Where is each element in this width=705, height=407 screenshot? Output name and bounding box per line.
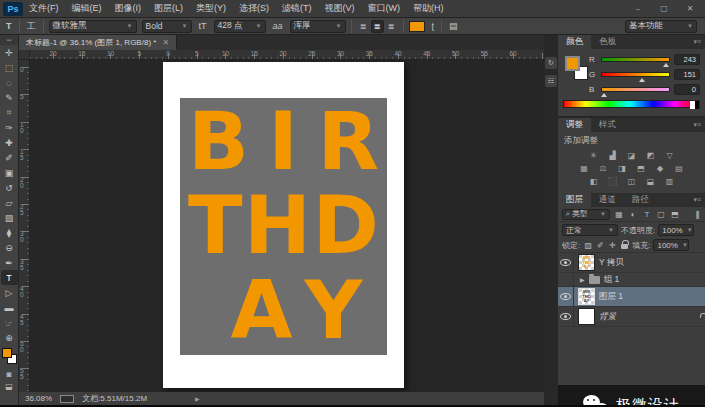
- anti-alias-select[interactable]: 浑厚▼: [290, 20, 346, 33]
- slider-handle-icon[interactable]: [663, 63, 669, 67]
- menu-item-6[interactable]: 滤镜(T): [282, 2, 312, 15]
- adjustment-icon[interactable]: ⚖: [597, 163, 610, 174]
- adjustment-icon[interactable]: ⬒: [635, 163, 648, 174]
- adjustment-icon[interactable]: ▽: [663, 150, 676, 161]
- shape-tool[interactable]: ▬: [1, 300, 18, 315]
- menu-item-8[interactable]: 窗口(W): [368, 2, 401, 15]
- document-tab[interactable]: 未标题-1 @ 36.1% (图层 1, RGB/8) * ✕: [19, 35, 177, 50]
- zoom-tool[interactable]: ⊕: [1, 330, 18, 345]
- channel-value[interactable]: 0: [674, 84, 700, 95]
- align-left-icon[interactable]: ≣: [357, 20, 370, 33]
- eyedropper-tool[interactable]: ✑: [1, 120, 18, 135]
- slider-handle-icon[interactable]: [639, 78, 645, 82]
- tool-preset-icon[interactable]: T: [4, 21, 14, 31]
- adjustment-icon[interactable]: ◆: [654, 163, 667, 174]
- history-brush-tool[interactable]: ↺: [1, 180, 18, 195]
- tab-color[interactable]: 颜色: [558, 35, 591, 49]
- healing-brush-tool[interactable]: ✚: [1, 135, 18, 150]
- quick-selection-tool[interactable]: ✎: [1, 90, 18, 105]
- status-menu-arrow-icon[interactable]: ▶: [195, 395, 200, 402]
- menu-item-2[interactable]: 图像(I): [115, 2, 142, 15]
- text-orientation-icon[interactable]: 工: [25, 20, 38, 33]
- menu-item-4[interactable]: 类型(Y): [196, 2, 226, 15]
- adjustment-icon[interactable]: ◫: [625, 176, 638, 187]
- adjustment-icon[interactable]: ▟: [606, 150, 619, 161]
- history-panel-icon[interactable]: ↻: [545, 57, 557, 69]
- brush-tool[interactable]: ✐: [1, 150, 18, 165]
- adjustment-icon[interactable]: ✳: [587, 150, 600, 161]
- type-tool[interactable]: T: [1, 270, 18, 285]
- blend-mode-select[interactable]: 正常▼: [562, 224, 618, 236]
- adjustment-icon[interactable]: ◧: [587, 176, 600, 187]
- adjustment-icon[interactable]: ▤: [673, 163, 686, 174]
- eye-icon[interactable]: [560, 259, 571, 266]
- lock-transparency-icon[interactable]: ▨: [583, 240, 593, 251]
- character-panel-icon[interactable]: ▤: [447, 21, 460, 31]
- layer-row-2[interactable]: BIR THD AY图层 1: [558, 287, 705, 307]
- channel-value[interactable]: 151: [674, 69, 700, 80]
- color-spectrum-bar[interactable]: [563, 100, 700, 108]
- visibility-cell[interactable]: [558, 253, 574, 272]
- font-size-select[interactable]: 428 点▼: [214, 20, 266, 33]
- filter-toggle-icon[interactable]: ❚: [694, 210, 701, 219]
- adjustment-icon[interactable]: ▥: [663, 176, 676, 187]
- clone-stamp-tool[interactable]: ▣: [1, 165, 18, 180]
- panel-menu-icon[interactable]: ▾≡: [689, 193, 705, 207]
- pen-tool[interactable]: ✒: [1, 255, 18, 270]
- foreground-color-swatch[interactable]: [2, 348, 12, 358]
- zoom-level[interactable]: 36.08%: [25, 394, 52, 403]
- menu-item-3[interactable]: 图层(L): [154, 2, 183, 15]
- lock-all-icon[interactable]: [619, 240, 629, 251]
- adjustment-icon[interactable]: ▦: [578, 163, 591, 174]
- channel-value[interactable]: 243: [674, 54, 700, 65]
- blur-tool[interactable]: ⧫: [1, 225, 18, 240]
- panel-menu-icon[interactable]: ▾≡: [689, 35, 705, 49]
- adjustment-icon[interactable]: ◨: [616, 163, 629, 174]
- menu-item-9[interactable]: 帮助(H): [413, 2, 444, 15]
- quick-mask-icon[interactable]: ◙: [1, 368, 18, 380]
- filter-pixel-layers-icon[interactable]: ▦: [613, 209, 625, 220]
- channel-slider[interactable]: [601, 87, 670, 92]
- adjustment-icon[interactable]: ◪: [625, 150, 638, 161]
- slider-handle-icon[interactable]: [601, 93, 607, 97]
- menu-item-7[interactable]: 视图(V): [325, 2, 355, 15]
- black-chip[interactable]: [695, 101, 699, 109]
- path-selection-tool[interactable]: ▷: [1, 285, 18, 300]
- text-color-swatch[interactable]: [409, 21, 425, 32]
- opacity-select[interactable]: 100%▼: [658, 224, 694, 236]
- workspace-select[interactable]: 基本功能▼: [625, 20, 697, 33]
- move-tool[interactable]: ✛: [1, 45, 18, 60]
- canvas-viewport[interactable]: BIRTHDAY: [30, 60, 544, 392]
- adjustment-icon[interactable]: ◩: [644, 150, 657, 161]
- close-button[interactable]: ✕: [683, 4, 697, 13]
- filter-type-layers-icon[interactable]: T: [641, 209, 653, 220]
- tab-swatches[interactable]: 色板: [591, 35, 624, 49]
- screen-mode-icon[interactable]: ⬓: [1, 380, 18, 392]
- adjustment-icon[interactable]: ⬛: [606, 176, 619, 187]
- hand-tool[interactable]: ☞: [1, 315, 18, 330]
- font-family-select[interactable]: 微软雅黑▼: [49, 20, 137, 33]
- maximize-button[interactable]: ▢: [657, 4, 671, 13]
- close-tab-icon[interactable]: ✕: [162, 38, 169, 47]
- filter-shape-layers-icon[interactable]: ▢: [655, 209, 667, 220]
- marquee-tool[interactable]: ⬚: [1, 60, 18, 75]
- channel-slider[interactable]: [601, 72, 670, 77]
- eye-icon[interactable]: [560, 313, 571, 320]
- visibility-cell[interactable]: [558, 307, 574, 326]
- crop-tool[interactable]: ⌗: [1, 105, 18, 120]
- foreground-color-swatch[interactable]: [565, 56, 580, 71]
- panel-menu-icon[interactable]: ▾≡: [689, 118, 705, 132]
- menu-item-0[interactable]: 文件(F): [29, 2, 59, 15]
- font-style-select[interactable]: Bold▼: [142, 20, 192, 33]
- eye-icon[interactable]: [560, 293, 571, 300]
- collapse-tools-icon[interactable]: ▪▪: [0, 35, 18, 45]
- menu-item-1[interactable]: 编辑(E): [72, 2, 102, 15]
- layer-filter-type-select[interactable]: ⌕ 类型 ▼: [562, 209, 610, 220]
- layer-row-1[interactable]: ▶组 1: [558, 273, 705, 287]
- gradient-tool[interactable]: ▨: [1, 210, 18, 225]
- layer-row-3[interactable]: 背景: [558, 307, 705, 327]
- warp-text-icon[interactable]: ʈ: [430, 21, 437, 31]
- menu-item-5[interactable]: 选择(S): [239, 2, 269, 15]
- visibility-cell[interactable]: [558, 287, 574, 306]
- filter-adjustment-layers-icon[interactable]: ◐: [627, 209, 639, 220]
